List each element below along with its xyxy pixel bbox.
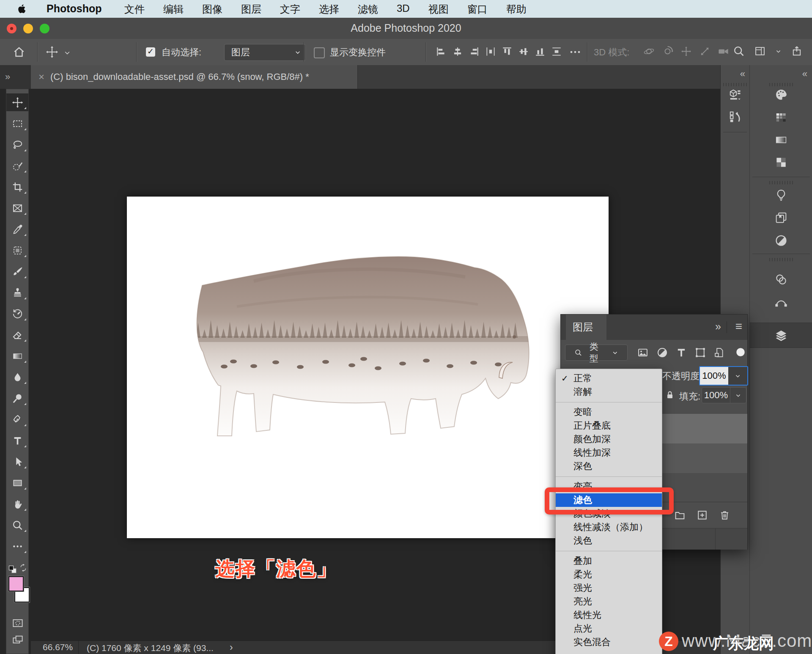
marquee-tool[interactable] [6,115,28,132]
align-right-icon[interactable] [469,46,480,57]
fill-dropdown-button[interactable] [730,388,746,403]
shape-tool[interactable] [6,474,28,492]
chevron-down-icon[interactable] [775,48,782,55]
quick-mask-icon[interactable] [11,617,24,629]
blend-mode-option-22[interactable]: 实色混合 [556,635,662,649]
move-tool-options-icon[interactable] [46,46,58,58]
swatches-icon[interactable] [774,111,788,124]
panel-grip[interactable] [723,83,747,86]
menu-app-name[interactable]: Photoshop [47,3,102,15]
learn-icon[interactable] [774,189,788,202]
lock-icon[interactable] [665,390,675,400]
blend-mode-option-20[interactable]: 线性光 [556,608,662,622]
panel-grip[interactable] [769,83,793,86]
blend-mode-option-7[interactable]: 线性加深 [556,446,662,460]
adjustments-icon[interactable] [774,234,788,247]
align-bottom-icon[interactable] [535,46,546,57]
distribute-v-icon[interactable] [551,46,562,57]
layers-panel-tab[interactable]: 图层 [566,315,606,340]
eraser-tool[interactable] [6,326,28,344]
show-transform-checkbox[interactable] [314,47,325,58]
auto-select-dropdown[interactable]: 图层 [224,44,306,61]
eyedropper-tool[interactable] [6,220,28,238]
swap-colors-icon[interactable] [19,564,27,572]
blend-mode-option-19[interactable]: 亮光 [556,595,662,608]
opacity-field[interactable]: 100% [699,366,748,386]
patterns-icon[interactable] [774,156,788,169]
healing-tool[interactable] [6,241,28,259]
paths-icon[interactable] [774,295,788,308]
history-brush-tool[interactable] [6,305,28,323]
foreground-color-swatch[interactable] [8,576,24,591]
type-filter-icon[interactable] [675,347,687,358]
zoom-tool[interactable] [6,516,28,534]
blend-mode-option-8[interactable]: 深色 [556,460,662,473]
panel-menu-icon[interactable]: ≡ [735,320,742,333]
collapse-panels-icon[interactable]: « [802,68,807,79]
panel-grip[interactable] [769,181,793,184]
menu-item-1[interactable]: 文件 [124,3,145,16]
menu-item-6[interactable]: 选择 [319,3,339,16]
hand-tool[interactable] [6,495,28,513]
apple-icon[interactable] [17,4,27,14]
screen-mode-icon[interactable] [11,634,24,646]
blend-mode-option-16[interactable]: 叠加 [556,554,662,568]
brush-tool[interactable] [6,263,28,280]
document-tab[interactable]: × (C) bison_downloadable-asset.psd @ 66.… [31,65,358,89]
layer-filter-dropdown[interactable]: 类型 [565,345,628,361]
pen-tool[interactable] [6,410,28,428]
menu-item-3[interactable]: 图像 [202,3,222,16]
slide-3d-icon[interactable] [699,45,711,57]
blend-mode-option-11[interactable]: 滤色 [556,493,662,507]
fill-field[interactable]: 100% [702,387,746,403]
zoom-level-field[interactable]: 66.67% [43,642,73,652]
blend-mode-option-4[interactable]: 变暗 [556,405,662,419]
camera-3d-icon[interactable] [717,45,730,57]
chevron-down-icon[interactable] [63,49,71,57]
libraries-icon[interactable] [774,211,788,224]
object-selection-tool[interactable] [6,157,28,175]
filter-toggle-icon[interactable] [735,347,746,358]
blend-mode-option-6[interactable]: 颜色加深 [556,432,662,446]
gradient-tool[interactable] [6,347,28,365]
move-tool[interactable] [6,93,28,111]
pan-3d-icon[interactable] [680,45,692,57]
tab-close-icon[interactable]: × [38,71,44,83]
more-options-icon[interactable] [569,46,582,58]
orbit-3d-icon[interactable] [643,45,655,57]
blend-mode-option-21[interactable]: 点光 [556,622,662,635]
blend-mode-option-18[interactable]: 强光 [556,581,662,595]
menu-item-7[interactable]: 滤镜 [358,3,378,16]
lasso-tool[interactable] [6,136,28,153]
menu-item-9[interactable]: 视图 [428,3,449,16]
image-filter-icon[interactable] [637,347,649,358]
align-hcenter-icon[interactable] [452,46,463,57]
home-icon[interactable] [13,46,25,58]
blend-mode-option-1[interactable]: ✓正常 [556,372,662,385]
gradients-icon[interactable] [774,133,788,147]
toolbar-collapse-button[interactable]: » [0,65,31,89]
smart-object-filter-icon[interactable] [713,347,725,358]
new-layer-button[interactable] [697,509,708,521]
layers-panel-shortcut[interactable] [750,323,812,348]
properties-icon[interactable] [728,88,742,101]
fill-value[interactable]: 100% [702,388,730,403]
status-expander-icon[interactable]: › [230,642,233,653]
distribute-h-icon[interactable] [485,46,496,57]
crop-tool[interactable] [6,178,28,196]
default-colors-icon[interactable] [8,564,18,575]
opacity-dropdown-button[interactable] [728,367,747,385]
blend-mode-option-12[interactable]: 颜色减淡 [556,507,662,520]
adjustment-filter-icon[interactable] [656,347,668,358]
dodge-tool[interactable] [6,389,28,407]
menu-item-10[interactable]: 窗口 [467,3,488,16]
menu-item-5[interactable]: 文字 [280,3,300,16]
frame-filter-icon[interactable] [694,347,706,358]
menu-item-2[interactable]: 编辑 [163,3,184,16]
blend-mode-option-13[interactable]: 线性减淡（添加） [556,520,662,534]
ellipsis[interactable] [6,537,28,555]
document-canvas[interactable] [127,197,609,538]
roll-3d-icon[interactable] [661,45,674,57]
align-left-icon[interactable] [436,46,447,57]
stamp-tool[interactable] [6,284,28,301]
